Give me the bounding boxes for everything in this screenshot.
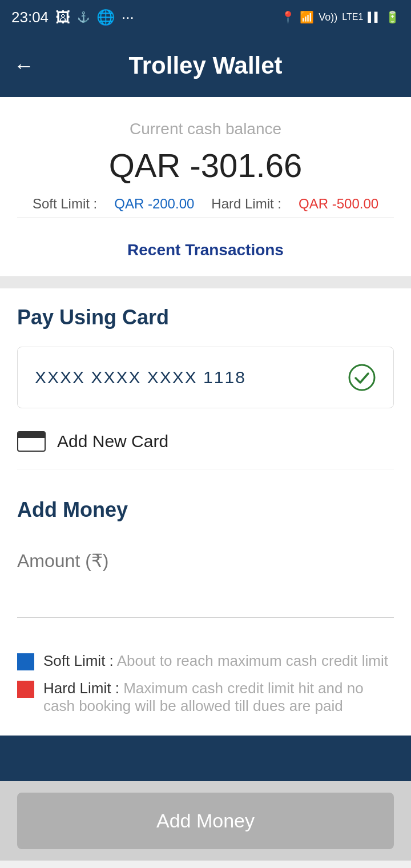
dark-footer	[0, 736, 411, 781]
check-icon	[348, 363, 376, 392]
globe-icon: 🌐	[96, 9, 115, 26]
add-new-card-row[interactable]: Add New Card	[17, 420, 394, 469]
svg-point-0	[349, 365, 374, 390]
hard-limit-legend: Hard Limit : Maximum cash credit limit h…	[17, 680, 394, 715]
limits-row: Soft Limit : QAR -200.00 Hard Limit : QA…	[17, 196, 394, 218]
back-button[interactable]: ←	[14, 54, 34, 78]
recent-transactions-link[interactable]: Recent Transactions	[17, 235, 394, 265]
status-time: 23:04	[11, 9, 49, 26]
card-item[interactable]: XXXX XXXX XXXX 1118	[17, 347, 394, 408]
wifi-icon: 📶	[300, 10, 314, 24]
card-icon	[17, 431, 46, 452]
soft-limit-color-box	[17, 653, 34, 670]
balance-amount: QAR -301.66	[17, 146, 394, 184]
amount-field-container	[17, 539, 394, 618]
balance-section: Current cash balance QAR -301.66 Soft Li…	[0, 97, 411, 277]
location-icon: 📍	[281, 10, 295, 24]
add-money-button-container: Add Money	[0, 781, 411, 861]
more-icon: ···	[122, 9, 134, 26]
pay-card-title: Pay Using Card	[17, 306, 394, 329]
status-left: 23:04 🖼 ⚓ 🌐 ···	[11, 9, 134, 26]
add-money-button[interactable]: Add Money	[17, 793, 394, 849]
add-money-title: Add Money	[17, 498, 394, 522]
pay-card-section: Pay Using Card XXXX XXXX XXXX 1118 Add N…	[0, 288, 411, 487]
soft-limit-legend: Soft Limit : About to reach maximum cash…	[17, 652, 394, 670]
lte-icon: LTE1	[342, 12, 363, 22]
add-card-label: Add New Card	[57, 432, 168, 451]
balance-label: Current cash balance	[17, 120, 394, 138]
amount-input[interactable]	[17, 550, 394, 572]
signal2-icon: ▌▌	[368, 12, 381, 22]
card-number: XXXX XXXX XXXX 1118	[35, 368, 246, 387]
soft-limit-legend-desc: About to reach maximum cash credit limit	[117, 652, 388, 669]
hard-limit-value: QAR -500.00	[299, 196, 378, 212]
soft-limit-label: Soft Limit :	[33, 196, 97, 212]
add-money-section: Add Money	[0, 487, 411, 635]
back-arrow-icon: ←	[14, 54, 34, 78]
page-title: Trolley Wallet	[128, 52, 282, 79]
soft-limit-legend-key: Soft Limit :	[43, 652, 114, 669]
hard-limit-color-box	[17, 681, 34, 698]
signal-icon: Vo))	[319, 11, 337, 23]
header: ← Trolley Wallet	[0, 34, 411, 97]
legend-section: Soft Limit : About to reach maximum cash…	[0, 635, 411, 736]
card-stripe	[18, 432, 45, 438]
status-bar: 23:04 🖼 ⚓ 🌐 ··· 📍 📶 Vo)) LTE1 ▌▌ 🔋	[0, 0, 411, 34]
photo-icon: 🖼	[55, 9, 70, 26]
app-icon: ⚓	[77, 11, 90, 23]
android-nav-bar: ||| ‹	[0, 861, 411, 868]
status-right: 📍 📶 Vo)) LTE1 ▌▌ 🔋	[281, 10, 400, 24]
battery-icon: 🔋	[385, 10, 400, 24]
section-separator	[0, 277, 411, 288]
hard-limit-legend-key: Hard Limit :	[43, 680, 119, 697]
hard-limit-label: Hard Limit :	[211, 196, 281, 212]
soft-limit-value: QAR -200.00	[114, 196, 194, 212]
